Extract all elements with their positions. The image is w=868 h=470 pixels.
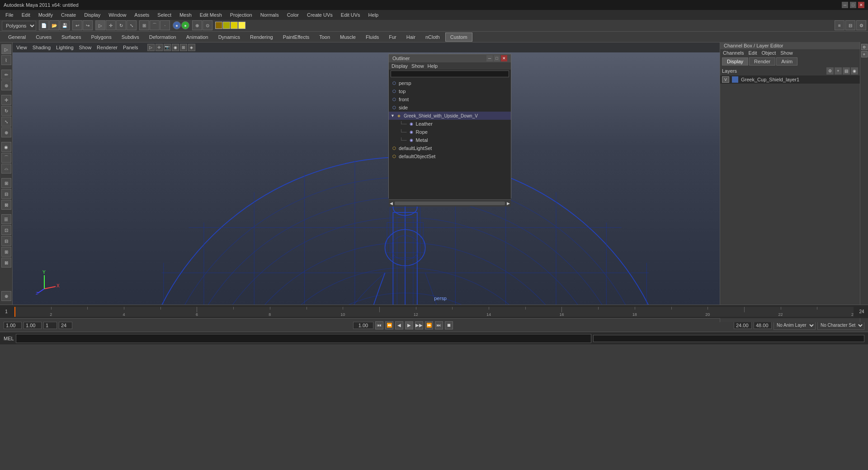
ep-curve-btn[interactable]: ⌓ (1, 164, 11, 174)
maximize-btn[interactable]: □ (850, 2, 856, 8)
outliner-item-side[interactable]: ⬡ side (389, 103, 511, 112)
snap-curve-btn[interactable]: ⌒ (150, 20, 160, 30)
outliner-search-input[interactable] (391, 70, 509, 77)
show-manip-btn[interactable]: ⊕ (192, 20, 202, 30)
menu-display[interactable]: Display (80, 11, 104, 19)
prev-key-btn[interactable]: ◀ (395, 321, 403, 329)
menu-edit[interactable]: Edit (18, 11, 34, 19)
shelf-btn[interactable]: ≡ (835, 20, 844, 30)
edit-menu[interactable]: Edit (748, 50, 757, 56)
end-frame-input[interactable] (59, 322, 72, 329)
play-btn[interactable]: ▶ (405, 321, 413, 329)
light-swatch-1[interactable] (215, 22, 222, 29)
vp-view-menu[interactable]: View (14, 45, 29, 50)
tab-ncloth[interactable]: nCloth (421, 33, 444, 41)
select-tool-btn[interactable]: ▷ (1, 44, 11, 54)
layer-icon-3[interactable]: ▤ (843, 67, 850, 75)
panel-btn[interactable]: ⊟ (845, 20, 855, 30)
menu-file[interactable]: File (2, 11, 17, 19)
menu-window[interactable]: Window (105, 11, 130, 19)
outliner-minimize[interactable]: ─ (486, 55, 493, 61)
tab-fluids[interactable]: Fluids (361, 33, 383, 41)
vp-show-menu[interactable]: Show (77, 45, 94, 50)
menu-normals[interactable]: Normals (257, 11, 283, 19)
next-key-btn[interactable]: ▶▶ (415, 321, 423, 329)
tab-fur[interactable]: Fur (384, 33, 401, 41)
open-btn[interactable]: 📂 (49, 20, 59, 30)
tab-hair[interactable]: Hair (402, 33, 420, 41)
layer-add-btn[interactable]: + (835, 67, 842, 75)
menu-create-uvs[interactable]: Create UVs (303, 11, 336, 19)
menu-create[interactable]: Create (57, 11, 80, 19)
vp-camera-icon[interactable]: 📷 (164, 44, 171, 51)
anim-start-input[interactable] (734, 322, 752, 329)
outliner-display-menu[interactable]: Display (392, 63, 408, 69)
minimize-btn[interactable]: ─ (842, 2, 848, 8)
redo-btn[interactable]: ↪ (83, 20, 93, 30)
vp-select-icon[interactable]: ▷ (147, 44, 155, 51)
sculpt-btn[interactable]: ⊛ (1, 80, 11, 90)
rotate-tool-btn[interactable]: ↻ (1, 106, 11, 116)
light-swatch-3[interactable] (231, 22, 238, 29)
ipr-btn[interactable]: ● (181, 21, 189, 29)
new-file-btn[interactable]: 📄 (39, 20, 49, 30)
channels-menu[interactable]: Channels (723, 50, 744, 56)
frame-display[interactable] (353, 322, 373, 329)
measure-btn[interactable]: ⊠ (1, 200, 11, 210)
outliner-content[interactable]: ⬡ persp ⬡ top ⬡ front ⬡ side (389, 78, 511, 199)
layer-options-btn[interactable]: ⚙ (826, 67, 834, 75)
scroll-left-btn[interactable]: ◀ (389, 201, 394, 206)
step-input[interactable] (24, 322, 42, 329)
menu-select[interactable]: Select (154, 11, 175, 19)
tab-toon[interactable]: Toon (315, 33, 335, 41)
menu-projection[interactable]: Projection (226, 11, 256, 19)
start-frame-input[interactable] (4, 322, 22, 329)
outliner-item-object-set[interactable]: ⬡ defaultObjectSet (389, 152, 511, 160)
goto-end-btn[interactable]: ⏭ (435, 321, 443, 329)
vp-smooth-icon[interactable]: ◈ (188, 44, 195, 51)
stop-btn[interactable]: ⏹ (445, 321, 453, 329)
outliner-item-leather[interactable]: └─ ◉ Leather (389, 120, 511, 128)
soft-sel-btn[interactable]: ◉ (1, 142, 11, 152)
tab-dynamics[interactable]: Dynamics (214, 33, 245, 41)
outliner-item-rope[interactable]: └─ ◉ Rope (389, 128, 511, 136)
outliner-show-menu[interactable]: Show (411, 63, 424, 69)
tab-deformation[interactable]: Deformation (145, 33, 181, 41)
move-tool-btn[interactable]: ✛ (1, 95, 11, 105)
move-btn[interactable]: ✛ (106, 20, 116, 30)
tab-rendering[interactable]: Rendering (245, 33, 278, 41)
goto-start-btn[interactable]: ⏮ (375, 321, 383, 329)
vp-isolate-icon[interactable]: ◉ (172, 44, 179, 51)
layout-btn[interactable]: ⊡ (1, 225, 11, 235)
menu-help[interactable]: Help (365, 11, 382, 19)
outliner-item-metal[interactable]: └─ ◉ Metal (389, 136, 511, 144)
vp-move-icon[interactable]: ✛ (156, 44, 163, 51)
outliner-help-menu[interactable]: Help (428, 63, 438, 69)
tab-painteffects[interactable]: PaintEffects (278, 33, 314, 41)
outliner-scrollbar-h[interactable]: ◀ ▶ (389, 199, 511, 207)
object-menu[interactable]: Object (761, 50, 776, 56)
outliner-item-persp[interactable]: ⬡ persp (389, 79, 511, 87)
light-swatch-4[interactable] (238, 22, 245, 29)
tab-muscle[interactable]: Muscle (335, 33, 360, 41)
tab-display[interactable]: Display (722, 57, 748, 66)
show-menu[interactable]: Show (780, 50, 793, 56)
history-btn[interactable]: ⊙ (203, 20, 212, 30)
show-ui-btn[interactable]: ☰ (1, 214, 11, 224)
vp-lighting-menu[interactable]: Lighting (54, 45, 75, 50)
mel-input[interactable] (16, 334, 591, 343)
undo-btn[interactable]: ↩ (72, 20, 82, 30)
tab-subdivs[interactable]: Subdivs (117, 33, 144, 41)
tab-custom[interactable]: Custom (445, 33, 472, 42)
curve-tool-btn[interactable]: ⌒ (1, 153, 11, 163)
menu-color[interactable]: Color (283, 11, 302, 19)
scrollbar-thumb-h[interactable] (395, 202, 505, 205)
outliner-item-top[interactable]: ⬡ top (389, 87, 511, 95)
layer-row-1[interactable]: V Greek_Cup_Shield_layer1 (720, 75, 860, 84)
tab-surfaces[interactable]: Surfaces (57, 33, 85, 41)
prev-frame-btn[interactable]: ⏪ (385, 321, 393, 329)
menu-mesh[interactable]: Mesh (176, 11, 195, 19)
tab-render[interactable]: Render (749, 57, 775, 66)
light-swatch-2[interactable] (223, 22, 230, 29)
layer-icon-4[interactable]: ◉ (851, 67, 858, 75)
